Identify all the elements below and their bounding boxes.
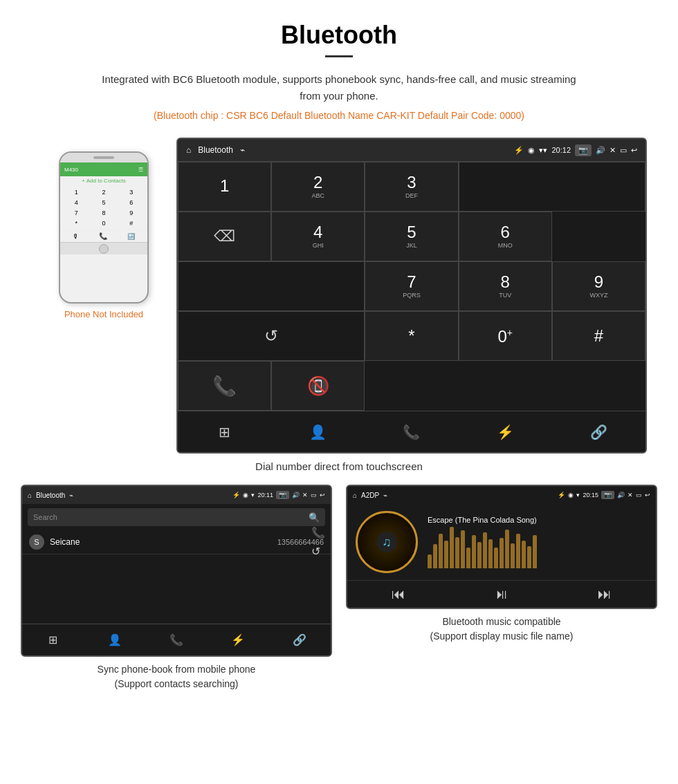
usb-icon: ⌁ xyxy=(240,145,245,155)
camera-icon[interactable]: 📷 xyxy=(575,144,592,156)
pb-call-side-icon[interactable]: 📞 xyxy=(311,526,325,539)
call-button[interactable]: 📞 xyxy=(178,361,271,411)
dial-key-star[interactable]: * xyxy=(365,311,458,361)
dial-key-2[interactable]: 2ABC xyxy=(271,162,365,212)
display-area xyxy=(459,162,645,212)
music-usb-icon: ⌁ xyxy=(383,492,387,499)
album-art: ♫ xyxy=(356,511,418,573)
close-icon[interactable]: ✕ xyxy=(610,146,616,155)
volume-icon[interactable]: 🔊 xyxy=(596,146,605,155)
link-icon[interactable]: 🔗 xyxy=(552,411,645,452)
phone-not-included-label: Phone Not Included xyxy=(64,309,143,319)
back-icon[interactable]: ↩ xyxy=(631,146,637,155)
phonebook-card: ⌂ Bluetooth ⌁ ⚡ ◉ ▾ 20:11 📷 🔊 ✕ ▭ ↩ xyxy=(21,485,332,691)
pb-search-bar[interactable]: Search 🔍 xyxy=(28,508,325,526)
bottom-screenshots: ⌂ Bluetooth ⌁ ⚡ ◉ ▾ 20:11 📷 🔊 ✕ ▭ ↩ xyxy=(0,485,678,691)
status-right: ⚡ ◉ ▾▾ 20:12 📷 🔊 ✕ ▭ ↩ xyxy=(514,144,637,156)
pb-loc-icon: ◉ xyxy=(243,492,248,498)
phone-mockup: M430 ☰ + Add to Contacts 1 2 3 4 5 6 7 8… xyxy=(59,151,149,304)
dial-key-3[interactable]: 3DEF xyxy=(365,162,458,212)
backspace-key[interactable]: ⌫ xyxy=(178,212,271,261)
display-area-2 xyxy=(178,261,365,311)
time-display: 20:12 xyxy=(551,146,571,154)
pb-dialpad-icon[interactable]: ⊞ xyxy=(22,624,84,655)
pb-screen-icon[interactable]: ▭ xyxy=(311,492,317,498)
pb-home-icon[interactable]: ⌂ xyxy=(28,492,32,499)
pb-status-bar: ⌂ Bluetooth ⌁ ⚡ ◉ ▾ 20:11 📷 🔊 ✕ ▭ ↩ xyxy=(22,486,331,504)
pb-avatar: S xyxy=(29,534,44,550)
pb-contact-row[interactable]: S Seicane 13566664466 xyxy=(22,530,331,554)
dialpad-grid: 1 2ABC 3DEF ⌫ 4GHI 5JKL 6MNO xyxy=(178,161,645,411)
bluetooth-menu-icon[interactable]: ⚡ xyxy=(459,411,552,452)
dial-key-4[interactable]: 4GHI xyxy=(271,212,365,261)
music-info: Escape (The Pina Colada Song) xyxy=(428,516,648,568)
dial-key-0[interactable]: 0+ xyxy=(459,311,552,361)
dialpad-icon[interactable]: ⊞ xyxy=(178,411,271,452)
pb-x-icon[interactable]: ✕ xyxy=(302,492,308,498)
pb-back-icon[interactable]: ↩ xyxy=(320,492,325,498)
music-card: ⌂ A2DP ⌁ ⚡ ◉ ▾ 20:15 📷 🔊 ✕ ▭ ↩ xyxy=(346,485,657,691)
phonebook-screen: ⌂ Bluetooth ⌁ ⚡ ◉ ▾ 20:11 📷 🔊 ✕ ▭ ↩ xyxy=(21,485,332,657)
album-inner: ♫ xyxy=(376,532,397,552)
dial-key-6[interactable]: 6MNO xyxy=(459,212,552,261)
music-title: A2DP xyxy=(361,492,379,499)
play-pause-icon[interactable]: ⏯ xyxy=(495,586,508,602)
pb-contacts-icon[interactable]: 👤 xyxy=(84,624,145,655)
search-icon[interactable]: 🔍 xyxy=(309,512,320,523)
end-call-button[interactable]: 📵 xyxy=(271,361,365,411)
prev-track-icon[interactable]: ⏮ xyxy=(392,586,405,602)
music-screen: ⌂ A2DP ⌁ ⚡ ◉ ▾ 20:15 📷 🔊 ✕ ▭ ↩ xyxy=(346,485,657,609)
music-vol-icon[interactable]: 🔊 xyxy=(617,492,625,498)
pb-usb-icon: ⌁ xyxy=(69,492,73,499)
music-bt-symbol: ♫ xyxy=(382,535,392,550)
music-controls: ⏮ ⏯ ⏭ xyxy=(347,580,656,608)
music-main-area: ♫ Escape (The Pina Colada Song) xyxy=(347,504,656,580)
pb-time: 20:11 xyxy=(257,492,273,498)
music-cam-icon[interactable]: 📷 xyxy=(601,491,614,499)
dial-key-9[interactable]: 9WXYZ xyxy=(552,261,645,311)
music-x-icon[interactable]: ✕ xyxy=(627,492,633,498)
pb-vol-icon[interactable]: 🔊 xyxy=(292,492,300,498)
pb-bt-icon: ⚡ xyxy=(232,492,240,498)
title-divider xyxy=(325,55,353,57)
pb-link-icon[interactable]: 🔗 xyxy=(269,624,331,655)
song-title: Escape (The Pina Colada Song) xyxy=(428,516,648,524)
page-title: Bluetooth xyxy=(0,0,678,55)
home-icon[interactable]: ⌂ xyxy=(186,145,191,155)
pb-sig-icon: ▾ xyxy=(251,492,255,498)
pb-bottom-nav: ⊞ 👤 📞 ⚡ 🔗 xyxy=(22,624,331,655)
dial-key-7[interactable]: 7PQRS xyxy=(365,261,458,311)
music-home-icon[interactable]: ⌂ xyxy=(353,492,357,499)
music-back-icon[interactable]: ↩ xyxy=(645,492,650,498)
music-sig-icon: ▾ xyxy=(576,492,580,498)
main-section: M430 ☰ + Add to Contacts 1 2 3 4 5 6 7 8… xyxy=(0,138,678,454)
next-track-icon[interactable]: ⏭ xyxy=(598,586,612,602)
music-status-bar: ⌂ A2DP ⌁ ⚡ ◉ ▾ 20:15 📷 🔊 ✕ ▭ ↩ xyxy=(347,486,656,504)
pb-bt-bottom-icon[interactable]: ⚡ xyxy=(208,624,269,655)
dial-key-5[interactable]: 5JKL xyxy=(365,212,458,261)
dial-key-8[interactable]: 8TUV xyxy=(459,261,552,311)
music-time: 20:15 xyxy=(583,492,598,498)
pb-cam-icon[interactable]: 📷 xyxy=(276,491,289,499)
phonebook-caption: Sync phone-book from mobile phone (Suppo… xyxy=(21,662,332,691)
description-text: Integrated with BC6 Bluetooth module, su… xyxy=(97,71,581,104)
music-bt-icon: ⚡ xyxy=(558,492,565,498)
dial-key-hash[interactable]: # xyxy=(552,311,645,361)
dial-key-1[interactable]: 1 xyxy=(178,162,271,212)
dial-device-screen: ⌂ Bluetooth ⌁ ⚡ ◉ ▾▾ 20:12 📷 🔊 ✕ ▭ ↩ 1 xyxy=(176,138,647,454)
dial-status-bar: ⌂ Bluetooth ⌁ ⚡ ◉ ▾▾ 20:12 📷 🔊 ✕ ▭ ↩ xyxy=(178,139,645,161)
pb-title: Bluetooth xyxy=(36,492,65,499)
phone-icon[interactable]: 📞 xyxy=(365,411,458,452)
contacts-icon[interactable]: 👤 xyxy=(271,411,365,452)
search-placeholder: Search xyxy=(33,513,57,521)
display-area-3: ↺ xyxy=(178,311,365,361)
bluetooth-icon: ⚡ xyxy=(514,146,524,155)
pb-phone-icon[interactable]: 📞 xyxy=(145,624,207,655)
specs-text: (Bluetooth chip : CSR BC6 Default Blueto… xyxy=(0,110,678,121)
screen-icon[interactable]: ▭ xyxy=(620,146,627,155)
contact-name: Seicane xyxy=(50,537,80,547)
status-left: ⌂ Bluetooth ⌁ xyxy=(186,145,245,155)
music-screen-icon[interactable]: ▭ xyxy=(636,492,642,498)
phone-mockup-area: M430 ☰ + Add to Contacts 1 2 3 4 5 6 7 8… xyxy=(31,138,176,319)
pb-sync-icon[interactable]: ↺ xyxy=(311,545,325,558)
